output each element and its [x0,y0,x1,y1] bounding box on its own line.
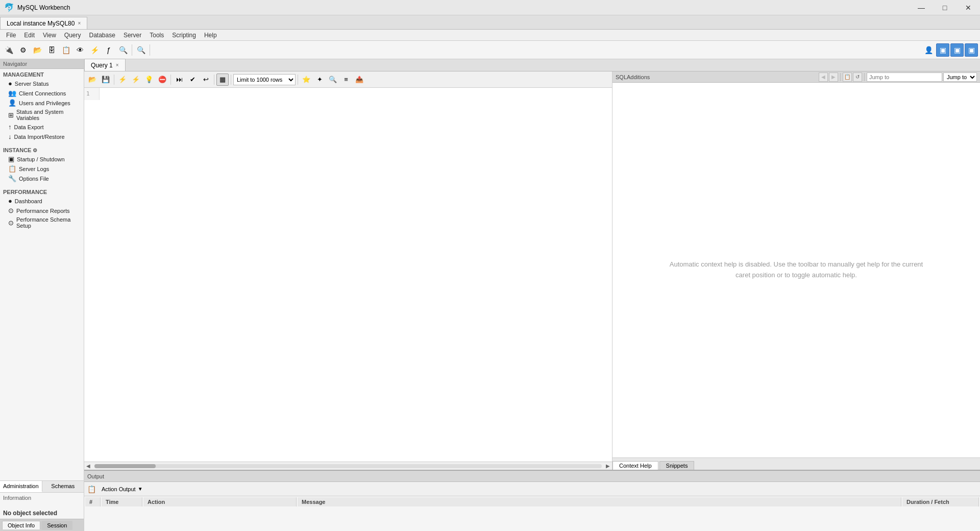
instance-icon: ⚙ [33,148,37,153]
menu-tools[interactable]: Tools [145,31,168,40]
tab-schemas[interactable]: Schemas [42,481,84,492]
users-icon: 👤 [8,99,16,107]
qtb-sep-5 [298,75,298,85]
query-editor-area: 📂 💾 ⚡ ⚡ 💡 ⛔ ⏭ ✔ ↩ ▦ [84,71,612,470]
tab-administration[interactable]: Administration [0,481,42,492]
new-function-button[interactable]: ƒ [102,43,115,57]
minimize-button[interactable]: — [910,0,933,15]
tab-close-icon[interactable]: × [78,20,81,26]
maximize-button[interactable]: □ [933,0,957,15]
manage-connections-button[interactable]: ⚙ [16,43,30,57]
nav-server-logs[interactable]: 📋 Server Logs [0,164,84,174]
skip-button[interactable]: ⏭ [173,74,185,86]
query-tab-label: Query 1 [91,62,113,69]
open-file-button[interactable]: 📂 [86,74,99,86]
instance-tab[interactable]: Local instance MySQL80 × [0,17,87,29]
menu-help[interactable]: Help [200,31,221,40]
execute-current-button[interactable]: ⚡ [130,74,142,86]
nav-data-export[interactable]: ↑ Data Export [0,122,84,132]
jump-to-input[interactable] [867,73,942,82]
menu-file[interactable]: File [2,31,20,40]
new-view-button[interactable]: 👁 [74,43,87,57]
toggle-output-button[interactable]: ▦ [216,74,229,86]
new-table-button[interactable]: 📋 [59,43,72,57]
query-1-tab[interactable]: Query 1 × [84,59,126,71]
nav-client-connections[interactable]: 👥 Client Connections [0,88,84,98]
explain-button[interactable]: 💡 [143,74,155,86]
layout-button-2[interactable]: ▣ [950,43,964,57]
tab-context-help[interactable]: Context Help [612,461,658,470]
beautify-button[interactable]: ✦ [313,74,326,86]
nav-dashboard[interactable]: ● Dashboard [0,196,84,206]
sql-copy-button[interactable]: 📋 [843,73,852,82]
qtb-sep-2 [170,75,171,85]
menu-scripting[interactable]: Scripting [168,31,200,40]
menu-query[interactable]: Query [60,31,85,40]
qtb-sep-1 [114,75,114,85]
information-panel: Information [0,492,84,508]
window-controls: — □ ✕ [910,0,980,15]
jump-to-select[interactable]: Jump to [943,73,977,82]
nav-performance-reports[interactable]: ⊙ Performance Reports [0,206,84,215]
editor-sql-split: 📂 💾 ⚡ ⚡ 💡 ⛔ ⏭ ✔ ↩ ▦ [84,71,980,470]
menu-server[interactable]: Server [119,31,145,40]
nav-data-import[interactable]: ↓ Data Import/Restore [0,132,84,141]
limit-dropdown[interactable]: Don't Limit Limit to 10 rows Limit to 20… [233,74,296,85]
sql-additions-tabs: Context Help Snippets [612,457,980,470]
open-sql-button[interactable]: 📂 [31,43,44,57]
nav-startup-shutdown[interactable]: ▣ Startup / Shutdown [0,154,84,164]
scrollbar-track[interactable] [94,464,602,468]
find-button[interactable]: 🔍 [327,74,339,86]
nav-options-file[interactable]: 🔧 Options File [0,174,84,183]
execute-button[interactable]: ⚡ [116,74,129,86]
tab-session[interactable]: Session [41,521,72,530]
sql-nav-back[interactable]: ◀ [819,73,828,82]
format-button[interactable]: ≡ [340,74,352,86]
stop-button[interactable]: ⛔ [156,74,168,86]
save-file-button[interactable]: 💾 [100,74,112,86]
rollback-button[interactable]: ↩ [200,74,212,86]
close-button[interactable]: ✕ [957,0,980,15]
output-dropdown-arrow[interactable]: ▼ [138,486,143,492]
col-time: Time [102,497,142,506]
editor-scrollbar[interactable]: ◀ ▶ [84,462,612,470]
sql-refresh-button[interactable]: ↺ [853,73,862,82]
action-output-button[interactable]: Action Output ▼ [98,484,146,495]
scrollbar-thumb[interactable] [94,464,156,468]
layout-button-1[interactable]: ▣ [936,43,949,57]
options-icon: 🔧 [8,175,16,182]
sql-additions-content: Automatic context help is disabled. Use … [612,83,980,457]
commit-button[interactable]: ✔ [186,74,199,86]
nav-users-privileges[interactable]: 👤 Users and Privileges [0,98,84,108]
menu-view[interactable]: View [39,31,60,40]
new-connection-button[interactable]: 🔌 [2,43,15,57]
tab-snippets[interactable]: Snippets [659,461,695,470]
editor-content[interactable] [101,88,612,462]
new-schema-button[interactable]: 🗄 [45,43,58,57]
nav-status-variables[interactable]: ⊞ Status and System Variables [0,108,84,122]
output-toolbar: 📋 Action Output ▼ [84,482,980,496]
nav-performance-schema[interactable]: ⊙ Performance Schema Setup [0,215,84,230]
new-routine-button[interactable]: ⚡ [88,43,101,57]
tab-bar: Local instance MySQL80 × [0,15,980,30]
layout-button-3[interactable]: ▣ [965,43,978,57]
menu-database[interactable]: Database [85,31,119,40]
sql-additions-panel: SQLAdditions ◀ ▶ 📋 ↺ Jump to [612,71,980,470]
toolbar-separator-2 [150,44,150,56]
favorite-button[interactable]: ⭐ [300,74,312,86]
scroll-right-arrow[interactable]: ▶ [604,462,612,470]
profile-button[interactable]: 👤 [922,43,935,57]
inspector-button[interactable]: 🔍 [134,43,148,57]
sql-nav-forward[interactable]: ▶ [829,73,838,82]
nav-server-status[interactable]: ● Server Status [0,79,84,88]
query-tab-close[interactable]: × [116,62,119,68]
export-button[interactable]: 📤 [353,74,365,86]
tab-object-info[interactable]: Object Info [2,521,40,529]
menu-edit[interactable]: Edit [20,31,39,40]
output-label: Output [87,473,104,479]
search-table-button[interactable]: 🔍 [116,43,130,57]
title-bar: 🐬 MySQL Workbench — □ ✕ [0,0,980,15]
scroll-left-arrow[interactable]: ◀ [84,462,92,470]
sql-additions-title: SQLAdditions [616,74,650,80]
sql-editor[interactable]: 1 [84,88,612,462]
